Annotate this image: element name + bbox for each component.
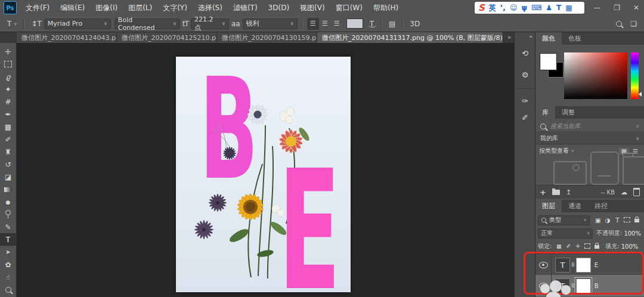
tab-overflow-button[interactable]: » [504,32,514,43]
keyboard-icon[interactable]: ⌨ [531,4,541,12]
hand-tool[interactable]: ☝ [0,271,17,283]
delete-icon[interactable] [633,188,640,196]
color-field-knob[interactable] [565,54,570,58]
tab-color[interactable]: 颜色 [535,32,562,45]
library-search-field[interactable]: 搜索当前库 ∨ [535,120,644,132]
marquee-tool[interactable] [0,58,17,70]
healing-brush-tool[interactable]: ▩ [0,120,17,133]
account-icon[interactable]: ♟ [546,4,552,12]
3d-button[interactable]: 3D [407,17,422,30]
ime-menu-icon[interactable]: ▦ [565,4,572,12]
text-orientation-button[interactable]: ↕T [29,17,44,30]
path-selection-tool[interactable]: ➤ [0,246,17,258]
tab-layers[interactable]: 图层 [535,200,562,212]
align-left-button[interactable]: ☰ [307,18,319,30]
zoom-tool[interactable] [0,283,17,296]
type-tool-preset[interactable]: T ∨ [5,17,19,30]
menu-help[interactable]: 帮助(H) [368,0,404,16]
emoji-icon[interactable]: ☺ [510,4,518,12]
blur-tool[interactable]: ● [0,196,17,208]
document-tab[interactable]: 微信图片_20200704130159.png × [217,32,317,43]
workspace-switcher-icon[interactable]: ❏ [630,20,637,28]
layer-visibility-toggle[interactable] [535,254,552,276]
properties-panel-button[interactable]: ⚙ [516,67,534,82]
lasso-tool[interactable]: ϱ [0,70,17,83]
expand-panels-icon[interactable]: « [529,33,532,39]
ime-punctuation-icon[interactable]: ’, [500,4,506,12]
dodge-tool[interactable] [0,208,17,221]
type-layer-thumbnail[interactable]: T [555,258,570,273]
font-family-select[interactable]: Myriad Pro ∨ [44,18,111,29]
text-color-swatch[interactable] [346,18,363,29]
anti-alias-select[interactable]: 锐利 ∨ [243,18,298,29]
hue-slider[interactable] [631,52,639,99]
gradient-tool[interactable] [0,183,17,196]
tab-swatches[interactable]: 色板 [562,32,588,45]
tab-channels[interactable]: 通道 [562,200,588,212]
brush-tool[interactable]: ✐ [0,133,17,146]
lock-transparency-icon[interactable]: ▦ [554,243,564,249]
filter-pixel-layers-icon[interactable]: ▣ [593,217,603,224]
menu-window[interactable]: 窗口(W) [330,0,368,16]
pen-tool[interactable]: ✎ [0,221,17,233]
ime-toolbar[interactable]: S 英 ’, ☺ ψ ⌨ ♟ T ▦ [475,2,584,14]
clone-stamp-tool[interactable]: ♜ [0,146,17,158]
move-tool[interactable]: ✛ [0,45,17,58]
minimize-button[interactable]: — [593,4,600,12]
menu-type[interactable]: 文字(Y) [157,0,193,16]
add-library-item-button[interactable]: + [540,188,546,197]
magic-wand-tool[interactable]: ✦ [0,83,17,95]
foreground-color-swatch[interactable] [540,54,556,70]
search-icon[interactable] [616,21,622,27]
skin-icon[interactable]: T [556,4,561,12]
new-group-icon[interactable] [552,190,560,195]
crop-tool[interactable]: # [0,95,17,108]
menu-3d[interactable]: 3D(D) [263,0,295,16]
menu-layer[interactable]: 图层(L) [123,0,157,16]
document-tab[interactable]: 微信图片_20200704125210.png × [117,32,217,43]
lock-position-icon[interactable]: ✛ [573,243,583,249]
menu-select[interactable]: 选择(S) [193,0,228,16]
hue-slider-knob[interactable] [639,92,642,97]
custom-shape-tool[interactable]: ✿ [0,258,17,271]
eraser-tool[interactable]: ◪ [0,171,17,183]
close-button[interactable]: ✕ [633,4,639,12]
document-tab[interactable]: 微信图片_20200704124043.png × [17,32,117,43]
fill-value[interactable]: 100% [621,243,639,250]
layer-name[interactable]: B [595,283,599,289]
saturation-brightness-field[interactable] [564,52,627,99]
menu-image[interactable]: 图像(I) [90,0,123,16]
document-tab-active[interactable]: 微信图片_20200704131317.png @ 100% (B, 图层蒙版/… [317,32,503,43]
warp-text-button[interactable]: T [367,20,377,28]
history-brush-tool[interactable]: ↺ [0,158,17,171]
font-style-select[interactable]: Bold Condensed ∨ [114,18,180,29]
view-by-type-dropdown[interactable]: 按类型查看 [539,147,569,155]
menu-filter[interactable]: 滤镜(T) [228,0,263,16]
eyedropper-tool[interactable]: ✒ [0,108,17,120]
canvas-document[interactable]: B E [176,57,351,292]
opacity-value[interactable]: 100% [624,230,641,237]
filter-adjustment-layers-icon[interactable]: ◑ [603,217,612,224]
history-panel-button[interactable]: ⟲ [516,45,534,61]
tab-libraries[interactable]: 库 [535,106,555,119]
brush-settings-panel-button[interactable]: ✑ [516,93,534,109]
tab-paths[interactable]: 路径 [588,200,614,212]
filter-type-layers-icon[interactable]: T [612,216,622,224]
menu-edit[interactable]: 编辑(E) [55,0,90,16]
layer-mask-thumbnail-selected[interactable] [576,279,591,293]
lock-artboard-icon[interactable] [583,242,592,250]
library-select[interactable]: 我的库 ∨ [535,133,644,144]
menu-file[interactable]: 文件(F) [20,0,55,16]
restore-button[interactable]: ❐ [614,4,620,12]
lock-paint-icon[interactable]: ✐ [564,243,573,249]
filter-shape-layers-icon[interactable] [622,216,631,224]
brushes-panel-button[interactable]: ✐ [516,110,534,125]
align-center-button[interactable]: ☰ [319,18,331,30]
font-size-select[interactable]: 221.2 点 ∨ [191,18,229,29]
toggle-panels-button[interactable]: ▤ [386,17,398,30]
layer-name[interactable]: E [595,262,598,268]
upload-icon[interactable]: ↥ [566,188,571,196]
cloud-sync-icon[interactable]: ☁ [621,188,627,196]
layer-row-e[interactable]: T 8 E [535,253,644,276]
type-tool[interactable]: T [0,233,17,246]
